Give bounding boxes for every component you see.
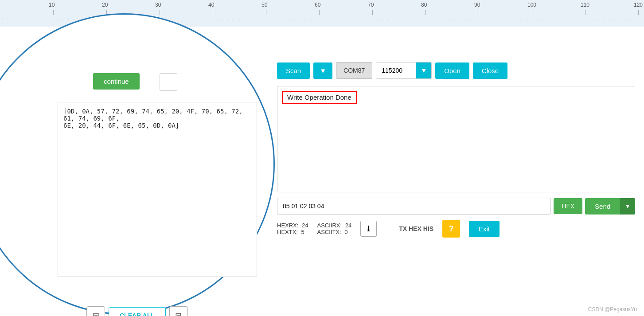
serial-toolbar: Scan ▼ COM87 ▼ Open Close [277, 62, 635, 79]
watermark: CSDN @PegasusYu [588, 306, 637, 312]
main-area: continue [0D, 0A, 57, 72, 69, 74, 65, 20… [0, 27, 644, 316]
stat-icon-button[interactable]: ⤓ [360, 221, 377, 237]
baud-input[interactable] [376, 62, 416, 78]
right-icon-button[interactable]: ⊟ [169, 306, 188, 316]
download-icon: ⤓ [365, 224, 372, 233]
clear-all-button[interactable]: CLEAR ALL [109, 307, 166, 316]
terminal-area[interactable]: Write Operation Done [277, 86, 635, 192]
left-panel: continue [0D, 0A, 57, 72, 69, 74, 65, 20… [0, 53, 266, 316]
send-bar: HEX Send ▼ [277, 198, 635, 215]
dropdown-icon: ▼ [320, 67, 326, 74]
asciitx-label: ASCIITX: 0 [317, 229, 352, 235]
send-input[interactable] [277, 198, 551, 215]
filter-left-icon: ⊟ [93, 311, 99, 316]
open-button[interactable]: Open [435, 62, 469, 79]
send-arrow-icon: ▼ [624, 203, 631, 210]
left-icon-button[interactable]: ⊟ [86, 306, 105, 316]
asciirx-label: ASCIIRX: 24 [317, 222, 352, 229]
exit-button[interactable]: Exit [469, 221, 500, 237]
stats-bar: HEXRX: 24 HEXTX: 5 ASCIIRX: 24 ASCIITX: … [277, 220, 635, 238]
send-dropdown-button[interactable]: ▼ [620, 198, 635, 215]
bottom-buttons: ⊟ CLEAR ALL ⊟ [86, 306, 188, 316]
filter-right-icon: ⊟ [175, 311, 182, 316]
right-panel: Scan ▼ COM87 ▼ Open Close Write Operatio… [268, 53, 644, 316]
scan-button[interactable]: Scan [277, 62, 310, 79]
continue-button[interactable]: continue [93, 73, 140, 90]
port-button[interactable]: COM87 [336, 62, 372, 79]
hexrx-stat: HEXRX: 24 HEXTX: 5 [277, 222, 308, 235]
close-button[interactable]: Close [473, 62, 507, 79]
hexrx-label: HEXRX: 24 [277, 222, 308, 229]
asciirx-stat: ASCIIRX: 24 ASCIITX: 0 [317, 222, 352, 235]
scan-dropdown-button[interactable]: ▼ [313, 62, 332, 79]
write-operation-badge: Write Operation Done [282, 91, 357, 104]
hex-button[interactable]: HEX [554, 198, 582, 214]
baud-select: ▼ [376, 62, 432, 79]
send-button-group: Send ▼ [585, 198, 635, 215]
baud-arrow-icon: ▼ [421, 67, 427, 74]
continue-extra-btn[interactable] [160, 73, 177, 91]
tx-hex-his-label: TX HEX HIS [399, 225, 433, 232]
hextx-label: HEXTX: 5 [277, 229, 308, 235]
baud-dropdown-button[interactable]: ▼ [416, 62, 431, 78]
data-display: [0D, 0A, 57, 72, 69, 74, 65, 20, 4F, 70,… [58, 102, 257, 277]
help-button[interactable]: ? [442, 220, 460, 238]
send-button[interactable]: Send [585, 198, 620, 215]
